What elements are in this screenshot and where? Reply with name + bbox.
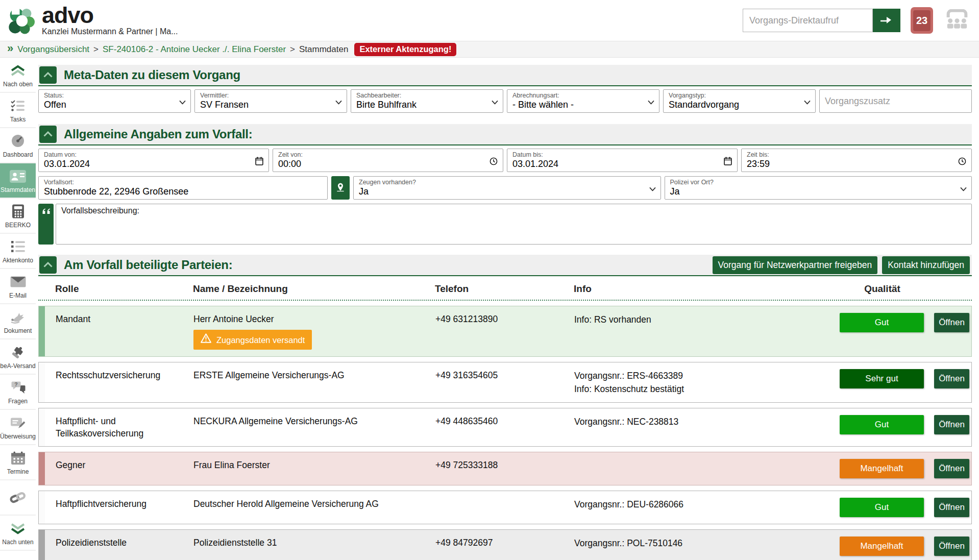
sidebar-item-chevrons-down[interactable]: Nach unten [0,516,36,551]
time-from-label: Zeit von: [278,151,498,158]
tasks-icon [10,97,26,114]
logo[interactable]: advo Kanzlei Mustermann & Partner | Ma..… [7,5,178,37]
parties-table-header: Rolle Name / Bezeichnung Telefon Info Qu… [38,276,972,301]
quality-button[interactable]: Gut [840,498,924,517]
time-to-field[interactable]: Zeit bis: 23:59 [741,149,972,172]
deadline-counter-badge[interactable]: 23 [911,7,933,34]
sidebar-item-id-card[interactable]: Stammdaten [0,163,36,199]
incident-description-field[interactable]: Vorfallsbeschreibung: [56,204,972,245]
text-blocks-button[interactable] [38,204,54,245]
row-status-stripe [39,530,45,560]
party-row-role: Rechtsschutzversicherung [56,369,193,396]
sidebar-item-label: Tasks [10,116,26,123]
calendar-icon [11,449,26,467]
party-row-info: Info: RS vorhanden [574,313,840,350]
party-row-name: Polizeidienststelle 31 [193,537,435,556]
party-row-phone: +49 448635460 [435,415,574,440]
open-button[interactable]: Öffnen [934,537,969,556]
breadcrumb-chevrons-icon: » [7,43,13,54]
party-row-open: Öffnen [924,498,969,517]
quality-button[interactable]: Gut [840,415,924,434]
open-button[interactable]: Öffnen [934,498,969,517]
incident-location-field[interactable]: Vorfallsort: Stubbenrode 22, 22946 Große… [38,176,328,200]
meta-select-3[interactable]: Abrechnungsart:- Bitte wählen - [507,89,659,113]
open-button[interactable]: Öffnen [934,415,969,434]
party-row-name: NECKURA Allgemeine Versicherungs-AG [193,415,435,440]
clock-picker-icon[interactable] [490,157,498,167]
sidebar-item-chevrons-up[interactable]: Nach oben [0,58,36,93]
collapse-incident-button[interactable] [39,126,57,143]
meta-select-1[interactable]: Vermittler:SV Fransen [194,89,347,113]
sidebar-item-calculator[interactable]: BEERKO [0,199,36,234]
party-row-quality: Gut [840,498,924,517]
users-group-icon[interactable] [943,9,971,32]
party-name: NECKURA Allgemeine Versicherungs-AG [193,415,427,427]
sidebar-item-tasks[interactable]: Tasks [0,93,36,128]
column-name: Name / Bezeichnung [193,283,435,295]
collapse-metadata-button[interactable] [39,66,57,84]
quality-button[interactable]: Gut [840,313,924,332]
quality-button[interactable]: Mangelhaft [840,459,924,478]
chevron-up-icon [43,71,53,79]
party-row-role: Haftpflichtversicherung [56,498,193,517]
calendar-picker-icon[interactable] [724,157,732,167]
sidebar-item-label: E-Mail [9,292,27,299]
sidebar-item-gauge[interactable]: Dashboard [0,128,36,163]
party-name: Polizeidienststelle 31 [193,537,427,549]
show-map-button[interactable] [331,176,350,200]
party-row-open: Öffnen [924,415,969,440]
field-label: Vermittler: [200,92,341,99]
search-go-button[interactable] [873,9,900,32]
sidebar-item-link[interactable] [0,480,36,516]
date-from-field[interactable]: Datum von: 03.01.2024 [38,149,269,172]
badge-label: Zugangsdaten versandt [216,334,305,346]
open-button[interactable]: Öffnen [934,313,969,332]
add-contact-button[interactable]: Kontakt hinzufügen [882,256,970,274]
police-select[interactable]: Polizei vor Ort? Ja [665,176,972,200]
party-row-role: Polizeidienststelle [56,537,193,556]
meta-select-0[interactable]: Status:Offen [38,89,191,113]
parties-section-title: Am Vorfall beteiligte Parteien: [64,258,232,272]
transfer-icon [10,414,26,431]
meta-select-4[interactable]: Vorgangstyp:Standardvorgang [663,89,816,113]
time-from-field[interactable]: Zeit von: 00:00 [273,149,503,172]
info-line: Vorgangsnr.: DEU-6286066 [574,498,831,511]
meta-select-2[interactable]: Sachbearbeiter:Birte Buhlfrank [351,89,503,113]
incident-location-label: Vorfallsort: [44,179,322,186]
witnesses-select[interactable]: Zeugen vorhanden? Ja [353,176,661,200]
sidebar-item-list[interactable]: Aktenkonto [0,234,36,269]
breadcrumb-case-link[interactable]: SF-240106-2 - Antoine Uecker ./. Elina F… [103,44,286,55]
open-button[interactable]: Öffnen [934,369,969,388]
case-direct-search-input[interactable] [743,9,873,32]
sidebar-item-transfer[interactable]: Überweisung [0,410,36,445]
svg-text:?: ? [14,381,17,387]
chevron-down-icon [804,98,811,107]
date-to-field[interactable]: Datum bis: 03.01.2024 [507,149,738,172]
share-with-network-partner-button[interactable]: Vorgang für Netzwerkpartner freigeben [713,256,878,274]
clock-picker-icon[interactable] [958,157,966,167]
quality-button[interactable]: Mangelhaft [840,537,924,556]
case-suffix-field[interactable] [819,89,972,113]
quality-button[interactable]: Sehr gut [840,369,924,388]
collapse-parties-button[interactable] [39,256,57,274]
breadcrumb-case-overview[interactable]: Vorgangsübersicht [17,44,89,55]
info-line: Vorgangsnr.: NEC-238813 [574,415,831,428]
party-name: Herr Antoine Uecker [193,313,427,325]
open-button[interactable]: Öffnen [934,459,969,478]
incident-description-input[interactable] [61,215,966,242]
sidebar-item-question[interactable]: ?Fragen [0,375,36,410]
sidebar-item-calendar[interactable]: Termine [0,445,36,480]
sidebar-item-gavel[interactable]: beA-Versand [0,339,36,375]
sidebar-item-label: beA-Versand [0,362,35,370]
case-suffix-input[interactable] [825,90,966,112]
chevron-down-icon [335,98,342,107]
sidebar-item-label: Nach unten [2,539,33,546]
column-info: Info [574,283,840,295]
calendar-picker-icon[interactable] [255,157,263,167]
sidebar-item-envelope[interactable]: E-Mail [0,269,36,304]
metadata-section-header: Meta-Daten zu diesem Vorgang [38,65,972,86]
sidebar-item-dove[interactable]: Dokument [0,304,36,339]
chevron-down-icon [492,98,498,107]
party-row-quality: Mangelhaft [840,459,924,478]
party-row-name: Deutscher Herold Allgemeine Versicherung… [193,498,435,517]
